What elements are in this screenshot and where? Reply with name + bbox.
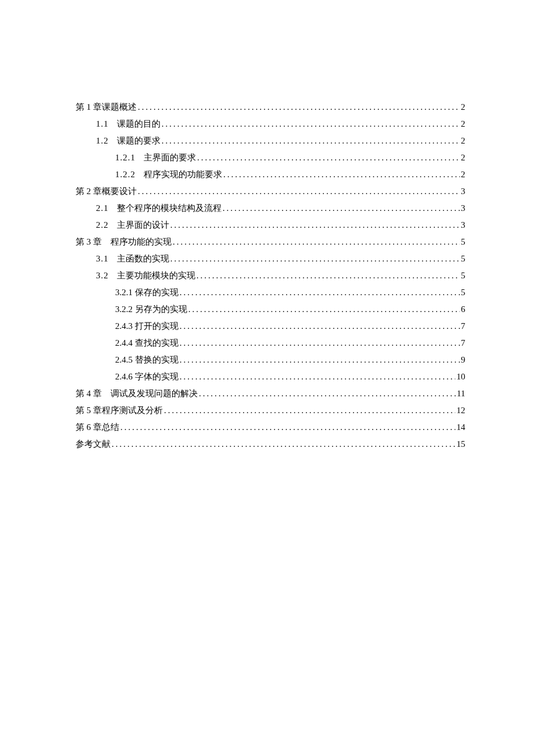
toc-leader-dots: [180, 372, 455, 382]
toc-entry-title: 参考文献: [76, 439, 110, 449]
toc-entry-label: 第 2 章概要设计: [76, 186, 137, 197]
toc-entry-page: 7: [461, 321, 466, 331]
toc-leader-dots: [162, 136, 460, 146]
toc-entry-title: 2.4.4 查找的实现: [115, 338, 179, 347]
toc-entry-page: 5: [461, 271, 466, 281]
toc-entry-label: 1.1课题的目的: [96, 119, 160, 130]
toc-entry-title: 第 4 章 调试及发现问题的解决: [76, 389, 198, 398]
toc-entry-page: 14: [456, 422, 465, 432]
toc-leader-dots: [223, 203, 460, 213]
toc-entry-label: 第 4 章 调试及发现问题的解决: [76, 388, 198, 399]
toc-entry[interactable]: 第 1 章课题概述2: [76, 102, 465, 113]
toc-entry-page: 5: [461, 254, 466, 264]
toc-entry-title: 3.2.2 另存为的实现: [115, 304, 187, 314]
toc-entry-label: 第 3 章 程序功能的实现: [76, 237, 172, 248]
toc-entry-title: 主界面的要求: [144, 153, 196, 162]
toc-entry-title: 课题的要求: [117, 136, 160, 145]
toc-entry-number: 1.2.2: [115, 170, 135, 179]
toc-entry[interactable]: 1.2.2程序实现的功能要求 2: [76, 169, 465, 180]
toc-leader-dots: [120, 422, 455, 432]
toc-entry[interactable]: 参考文献15: [76, 439, 465, 450]
toc-entry-page: 6: [461, 304, 466, 314]
toc-entry-label: 3.2.2 另存为的实现: [115, 304, 187, 315]
toc-entry-title: 第 6 章总结: [76, 422, 119, 432]
toc-entry-title: 主要功能模块的实现: [117, 271, 195, 280]
toc-entry-page: 15: [456, 439, 465, 449]
toc-entry-label: 3.2.1 保存的实现: [115, 287, 179, 298]
toc-entry[interactable]: 1.2课题的要求 2: [76, 135, 465, 146]
toc-entry-number: 1.1: [96, 119, 109, 128]
toc-entry-title: 第 3 章 程序功能的实现: [76, 237, 172, 246]
toc-entry[interactable]: 2.4.3 打开的实现 7: [76, 321, 465, 332]
toc-leader-dots: [112, 439, 455, 449]
toc-entry-title: 主函数的实现: [117, 254, 169, 263]
toc-entry-title: 主界面的设计: [117, 220, 169, 230]
toc-entry-title: 2.4.3 打开的实现: [115, 321, 179, 331]
toc-leader-dots: [173, 237, 460, 247]
toc-entry[interactable]: 2.4.6 字体的实现 10: [76, 371, 465, 382]
toc-entry[interactable]: 第 5 章程序测试及分析 12: [76, 405, 465, 416]
toc-entry-title: 程序实现的功能要求: [144, 170, 222, 179]
toc-entry[interactable]: 3.1主函数的实现 5: [76, 253, 465, 264]
toc-entry-number: 2.1: [96, 203, 109, 213]
toc-entry-label: 1.2.2程序实现的功能要求: [115, 169, 222, 180]
toc-entry-title: 2.4.5 替换的实现: [115, 355, 179, 364]
toc-entry[interactable]: 3.2.2 另存为的实现 6: [76, 304, 465, 315]
toc-entry-page: 2: [461, 119, 466, 129]
toc-entry-title: 整个程序的模块结构及流程: [117, 203, 222, 213]
toc-entry[interactable]: 2.4.5 替换的实现 9: [76, 354, 465, 366]
toc-entry[interactable]: 2.1整个程序的模块结构及流程 3: [76, 203, 465, 214]
toc-entry-label: 第 6 章总结: [76, 422, 119, 433]
toc-entry-page: 9: [461, 355, 466, 365]
toc-entry[interactable]: 第 2 章概要设计3: [76, 186, 465, 197]
toc-entry-page: 5: [461, 288, 466, 298]
toc-entry-title: 第 1 章课题概述: [76, 102, 137, 112]
toc-entry-label: 参考文献: [76, 439, 110, 450]
toc-entry[interactable]: 3.2.1 保存的实现 5: [76, 287, 465, 298]
toc-leader-dots: [180, 355, 460, 365]
toc-entry-page: 3: [461, 187, 466, 196]
toc-entry-label: 1.2课题的要求: [96, 135, 160, 146]
toc-entry-page: 3: [461, 203, 466, 213]
toc-entry-title: 第 5 章程序测试及分析: [76, 406, 163, 415]
toc-leader-dots: [170, 220, 460, 230]
toc-entry-title: 第 2 章概要设计: [76, 187, 137, 196]
toc-leader-dots: [180, 321, 460, 331]
toc-entry-page: 5: [461, 237, 466, 247]
toc-entry-page: 2: [461, 170, 466, 180]
toc-leader-dots: [138, 102, 460, 112]
toc-entry[interactable]: 2.2主界面的设计 3: [76, 220, 465, 231]
toc-leader-dots: [199, 389, 456, 399]
toc-entry-title: 3.2.1 保存的实现: [115, 288, 179, 297]
toc-entry-page: 7: [461, 338, 466, 348]
toc-leader-dots: [188, 304, 460, 314]
toc-entry-label: 2.4.5 替换的实现: [115, 354, 179, 366]
table-of-contents: 第 1 章课题概述21.1课题的目的 21.2课题的要求 21.2.1主界面的要…: [76, 102, 465, 450]
toc-entry-label: 2.1整个程序的模块结构及流程: [96, 203, 222, 214]
toc-entry-label: 2.4.6 字体的实现: [115, 371, 179, 382]
toc-entry-number: 3.2: [96, 271, 109, 280]
toc-entry-page: 12: [456, 406, 465, 415]
toc-entry-page: 2: [461, 102, 466, 112]
toc-entry[interactable]: 1.2.1主界面的要求 2: [76, 152, 465, 163]
toc-entry-page: 10: [456, 372, 465, 382]
toc-entry-page: 11: [457, 389, 465, 399]
toc-leader-dots: [138, 187, 460, 196]
toc-entry[interactable]: 2.4.4 查找的实现 7: [76, 338, 465, 349]
toc-entry-label: 第 1 章课题概述: [76, 102, 137, 113]
toc-entry[interactable]: 第 3 章 程序功能的实现5: [76, 237, 465, 248]
toc-entry-number: 3.1: [96, 254, 109, 263]
toc-entry-label: 2.4.3 打开的实现: [115, 321, 179, 332]
toc-entry[interactable]: 1.1课题的目的 2: [76, 119, 465, 130]
toc-entry[interactable]: 第 6 章总结 14: [76, 422, 465, 433]
toc-leader-dots: [164, 406, 455, 415]
toc-entry[interactable]: 第 4 章 调试及发现问题的解决11: [76, 388, 465, 399]
toc-entry-label: 3.2主要功能模块的实现: [96, 270, 195, 281]
toc-entry-title: 课题的目的: [117, 119, 160, 128]
toc-leader-dots: [197, 271, 460, 281]
toc-leader-dots: [223, 170, 460, 180]
toc-entry-label: 2.4.4 查找的实现: [115, 338, 179, 349]
toc-leader-dots: [170, 254, 460, 264]
toc-entry[interactable]: 3.2主要功能模块的实现 5: [76, 270, 465, 281]
toc-leader-dots: [180, 338, 460, 348]
